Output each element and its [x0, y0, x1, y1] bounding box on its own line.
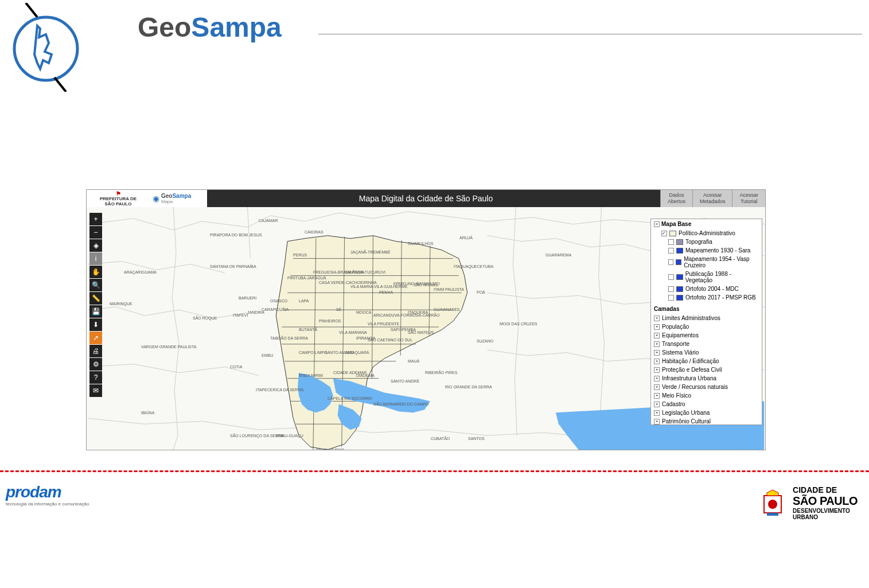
- map-title: Mapa Digital da Cidade de São Paulo: [359, 194, 493, 203]
- layer-swatch-icon: [676, 239, 683, 245]
- layer-checkbox[interactable]: [668, 248, 674, 254]
- camada-label: Transporte: [662, 341, 689, 347]
- svg-rect-5: [767, 513, 778, 516]
- expand-icon[interactable]: +: [654, 341, 660, 347]
- mail-button[interactable]: ✉: [89, 384, 102, 397]
- zoom-out-button[interactable]: −: [89, 226, 102, 239]
- info-button[interactable]: i: [89, 252, 102, 265]
- share-button[interactable]: ↗: [89, 332, 102, 344]
- base-layer-item[interactable]: Publicação 1988 - Vegetação: [651, 270, 762, 285]
- camada-label: Proteção e Defesa Civil: [662, 367, 722, 373]
- camadas-header[interactable]: Camadas: [651, 304, 762, 314]
- layer-label: Mapeamento 1954 - Vasp Cruzeiro: [684, 256, 759, 268]
- save-button[interactable]: 💾: [89, 305, 102, 318]
- camada-category[interactable]: +Verde / Recursos naturais: [651, 383, 762, 391]
- header-logo: [11, 3, 80, 92]
- svg-line-0: [26, 3, 37, 17]
- layer-swatch-icon: [676, 295, 683, 301]
- expand-icon[interactable]: +: [654, 376, 660, 381]
- camada-category[interactable]: +Transporte: [651, 340, 762, 348]
- camada-category[interactable]: +Sistema Viário: [651, 348, 762, 357]
- expand-icon[interactable]: +: [654, 350, 660, 356]
- download-button[interactable]: ⬇: [89, 318, 102, 331]
- base-layer-item[interactable]: Mapeamento 1930 - Sara: [651, 246, 762, 255]
- expand-icon[interactable]: +: [654, 419, 660, 425]
- camada-label: Legislação Urbana: [662, 410, 710, 416]
- layer-label: Ortofoto 2017 - PMSP RGB: [685, 294, 756, 301]
- layers-panel: − Mapa Base Político-AdministrativoTopog…: [650, 219, 762, 425]
- expand-icon[interactable]: +: [654, 367, 660, 373]
- camada-label: Habitação / Edificação: [662, 358, 719, 364]
- layer-checkbox[interactable]: [668, 259, 673, 265]
- geosampa-topbar-logo: ◉ GeoSampa Mapa: [150, 190, 207, 207]
- camada-category[interactable]: +Patrimônio Cultural: [651, 417, 762, 425]
- camada-label: Cadastro: [662, 401, 685, 407]
- print-button[interactable]: 🖨: [89, 345, 102, 357]
- layer-swatch-icon: [676, 248, 683, 254]
- camada-category[interactable]: +Equipamentos: [651, 331, 762, 340]
- layer-checkbox[interactable]: [668, 239, 674, 245]
- layer-swatch-icon: [676, 259, 681, 265]
- pan-button[interactable]: ✋: [89, 266, 102, 278]
- camada-category[interactable]: +Infraestrutura Urbana: [651, 374, 762, 383]
- expand-icon[interactable]: +: [654, 402, 660, 407]
- expand-icon[interactable]: +: [654, 324, 660, 330]
- base-layer-item[interactable]: Topografia: [651, 237, 762, 246]
- base-layer-item[interactable]: Mapeamento 1954 - Vasp Cruzeiro: [651, 255, 762, 270]
- layer-checkbox[interactable]: [668, 274, 674, 280]
- footer-divider: [0, 470, 869, 472]
- camada-label: Limites Administrativos: [662, 315, 720, 321]
- camada-label: Equipamentos: [662, 332, 699, 338]
- acessar-tutorial-button[interactable]: Acessar Tutorial: [732, 190, 765, 207]
- settings-button[interactable]: ⚙: [89, 358, 102, 371]
- layer-label: Político-Administrativo: [679, 230, 735, 236]
- map-canvas[interactable]: CAJAMARCAIEIRASGUARULHOSARUJÁPIRAPORA DO…: [87, 207, 765, 450]
- search-button[interactable]: 🔍: [89, 279, 102, 291]
- camada-label: Infraestrutura Urbana: [662, 375, 716, 381]
- camada-category[interactable]: +Habitação / Edificação: [651, 357, 762, 365]
- camada-category[interactable]: +População: [651, 322, 762, 331]
- expand-icon[interactable]: +: [654, 333, 660, 338]
- layers-button[interactable]: ◈: [89, 239, 102, 252]
- camada-category[interactable]: +Limites Administrativos: [651, 314, 762, 322]
- page-title: GeoSampa: [138, 11, 282, 43]
- camada-label: Sistema Viário: [662, 349, 699, 356]
- camada-category[interactable]: +Meio Físico: [651, 391, 762, 400]
- layer-swatch-icon: [669, 231, 676, 236]
- prodam-logo: prodam tecnologia da informação e comuni…: [6, 483, 115, 507]
- layer-swatch-icon: [676, 274, 683, 280]
- acessar-metadados-button[interactable]: Acessar Metadados: [692, 190, 732, 207]
- layer-label: Publicação 1988 - Vegetação: [685, 271, 759, 283]
- map-toolbar: + − ◈ i ✋ 🔍 📏 💾 ⬇ ↗ 🖨 ⚙ ? ✉: [89, 213, 102, 397]
- camada-category[interactable]: +Legislação Urbana: [651, 408, 762, 417]
- camada-label: Patrimônio Cultural: [662, 418, 711, 425]
- expand-icon[interactable]: +: [654, 410, 660, 416]
- mapa-base-header[interactable]: − Mapa Base: [651, 219, 762, 229]
- collapse-icon[interactable]: −: [654, 221, 660, 227]
- layer-checkbox[interactable]: [668, 295, 674, 301]
- help-button[interactable]: ?: [89, 371, 102, 384]
- camada-label: População: [662, 324, 689, 330]
- layer-swatch-icon: [676, 286, 683, 292]
- map-application: ⚑ PREFEITURA DE SÃO PAULO ◉ GeoSampa Map…: [86, 189, 766, 450]
- svg-point-4: [768, 500, 777, 509]
- expand-icon[interactable]: +: [654, 384, 660, 390]
- base-layer-item[interactable]: Ortofoto 2004 - MDC: [651, 285, 762, 293]
- map-topbar: ⚑ PREFEITURA DE SÃO PAULO ◉ GeoSampa Map…: [87, 190, 765, 207]
- camada-category[interactable]: +Proteção e Defesa Civil: [651, 365, 762, 374]
- dados-abertos-button[interactable]: Dados Abertos: [660, 190, 692, 207]
- layer-checkbox[interactable]: [668, 286, 674, 292]
- base-layer-item[interactable]: Ortofoto 2017 - PMSP RGB: [651, 293, 762, 302]
- camada-label: Verde / Recursos naturais: [662, 384, 728, 390]
- camada-category[interactable]: +Cadastro: [651, 400, 762, 408]
- layer-checkbox[interactable]: [661, 231, 667, 236]
- expand-icon[interactable]: +: [654, 359, 660, 364]
- base-layer-item[interactable]: Político-Administrativo: [651, 229, 762, 237]
- zoom-in-button[interactable]: +: [89, 213, 102, 225]
- svg-line-2: [54, 77, 66, 92]
- expand-icon[interactable]: +: [654, 316, 660, 321]
- cidade-sp-logo: CIDADE DE SÃO PAULO DESENVOLVIMENTO URBA…: [758, 485, 858, 520]
- measure-button[interactable]: 📏: [89, 292, 102, 305]
- prefeitura-logo: ⚑ PREFEITURA DE SÃO PAULO: [87, 190, 150, 207]
- expand-icon[interactable]: +: [654, 393, 660, 399]
